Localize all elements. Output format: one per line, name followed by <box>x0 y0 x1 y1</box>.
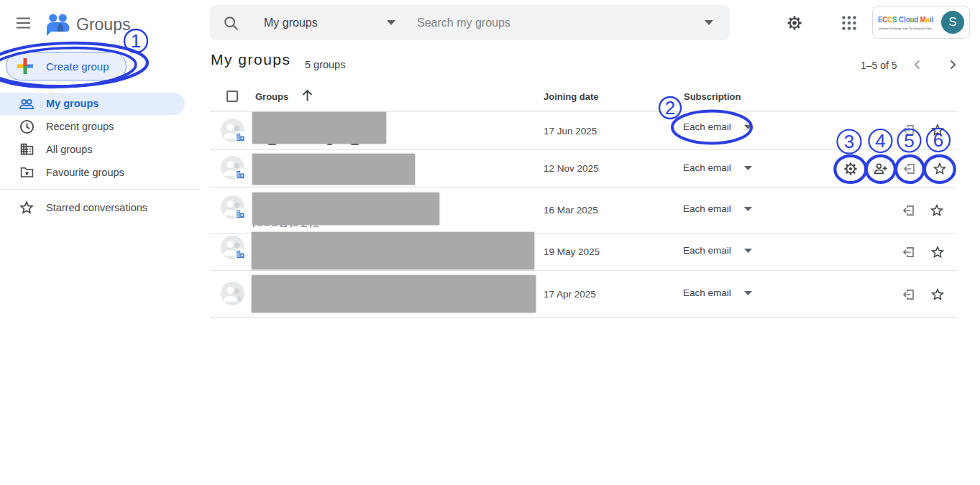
svg-text:6: 6 <box>933 129 943 151</box>
svg-text:4: 4 <box>875 130 885 152</box>
svg-text:5: 5 <box>904 130 914 152</box>
svg-text:2: 2 <box>665 97 675 119</box>
svg-text:1: 1 <box>131 30 141 52</box>
svg-text:3: 3 <box>844 131 854 152</box>
